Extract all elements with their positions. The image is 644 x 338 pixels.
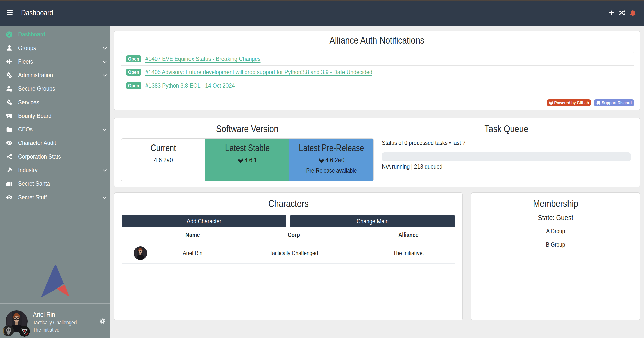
sidebar: Dashboard Groups Fleets Administration S… [0,26,110,338]
version-column-latest-stable: Latest Stable4.6.1 [205,139,289,181]
notification-row: Open#1405 Advisory: Future development w… [121,65,634,79]
gifts-icon [6,180,13,187]
character-name-cell: Ariel Rin [159,243,226,263]
store-icon [6,113,13,119]
user-icon [6,45,13,52]
notification-link[interactable]: #1405 Advisory: Future development will … [145,69,398,76]
version-column-current: Current4.6.2a0 [121,139,205,181]
notification-row: Open#1407 EVE Equinox Status - Breaking … [121,52,634,65]
alliance-auth-logo [40,265,70,298]
shuffle-icon[interactable] [618,9,626,16]
chevron-down-icon [102,127,107,132]
sidebar-item-bounty-board[interactable]: Bounty Board [0,109,110,123]
change-main-button[interactable]: Change Main [290,215,455,227]
characters-table: Name Corp Alliance Ariel RinTactically [122,227,455,264]
sidebar-item-corporation-stats[interactable]: Corporation Stats [0,150,110,163]
sidebar-item-dashboard[interactable]: Dashboard [0,28,110,41]
support-discord-badge[interactable]: Support Discord [594,99,634,106]
chevron-down-icon [102,195,107,200]
sidebar-item-industry[interactable]: Industry [0,163,110,177]
sidebar-nav: Dashboard Groups Fleets Administration S… [0,26,110,204]
discord-icon [596,100,601,106]
top-navbar: Dashboard [0,1,644,26]
version-column-heading: Latest Stable [205,143,289,153]
task-queue-progressbar [382,152,631,161]
sidebar-item-label: Services [18,99,39,106]
sidebar-item-label: Administration [18,72,53,79]
corp-logo [3,325,14,336]
version-column-latest-pre-release: Latest Pre-Release4.6.2a0Pre-Release ava… [289,139,373,181]
version-value: 4.6.1 [205,156,289,166]
sidebar-item-label: Industry [18,167,38,174]
fighter-jet-icon [6,58,13,65]
sidebar-item-label: Dashboard [18,31,45,38]
sidebar-item-fleets[interactable]: Fleets [0,55,110,68]
navbar-actions [608,0,637,25]
notification-link[interactable]: #1407 EVE Equinox Status - Breaking Chan… [145,55,273,62]
sidebar-item-secure-groups[interactable]: Secure Groups [0,82,110,95]
characters-header-corp: Corp [226,227,362,243]
version-column-heading: Latest Pre-Release [289,143,373,153]
sidebar-item-secret-santa[interactable]: Secret Santa [0,177,110,190]
characters-buttons: Add Character Change Main [122,215,455,227]
user-alliance: The Initiative. [33,326,85,334]
sidebar-item-ceos[interactable]: CEOs [0,123,110,136]
sidebar-item-label: Corporation Stats [18,153,61,160]
character-portrait-cell [122,243,159,263]
version-column-heading: Current [121,143,205,153]
version-value: 4.6.2a0 [121,156,205,164]
characters-header-alliance: Alliance [362,227,455,243]
bell-icon[interactable] [629,9,637,16]
chevron-down-icon [102,45,107,51]
notification-link[interactable]: #1383 Python 3.8 EOL - 14 Oct 2024 [145,82,245,89]
sidebar-item-label: Fleets [18,58,33,65]
character-corp-cell: Tactically Challenged [226,243,362,263]
eye-icon [6,194,13,201]
characters-header-portrait [122,227,159,243]
character-alliance-cell: The Initiative. [362,243,455,263]
sidebar-item-administration[interactable]: Administration [0,68,110,82]
sidebar-item-groups[interactable]: Groups [0,41,110,55]
powered-by-gitlab-label: Powered by GitLab [554,100,589,106]
sidebar-item-secret-stuff[interactable]: Secret Stuff [0,190,110,204]
membership-group-row: A Group [478,225,633,238]
hammer-icon [6,167,13,174]
open-status-badge: Open [126,82,141,89]
user-lock-icon [6,85,13,92]
eye-icon [6,140,13,147]
menu-toggle-icon[interactable] [7,10,13,15]
gitlab-tanuki-icon [238,157,243,164]
sidebar-item-label: Secure Groups [18,85,55,92]
add-character-button[interactable]: Add Character [122,215,286,227]
gitlab-tanuki-icon [319,157,324,164]
sidebar-item-label: Secret Santa [18,180,50,187]
sidebar-item-character-audit[interactable]: Character Audit [0,136,110,150]
task-queue-title: Task Queue [382,123,631,135]
user-settings-gear-icon[interactable] [100,318,106,324]
notifications-panel: Alliance Auth Notifications Open#1407 EV… [114,31,640,110]
sidebar-item-services[interactable]: Services [0,95,110,109]
notifications-list: Open#1407 EVE Equinox Status - Breaking … [121,52,634,92]
support-discord-label: Support Discord [602,100,632,106]
software-version-title: Software Version [121,123,374,135]
membership-panel: Membership State: Guest A GroupB Group [471,192,640,320]
characters-title: Characters [114,198,462,209]
version-note: Pre-Release available [289,167,373,175]
page-title[interactable]: Dashboard [21,8,61,17]
plus-icon[interactable] [608,9,615,16]
characters-table-body: Ariel RinTactically ChallengedThe Initia… [122,243,455,263]
gauge-icon [6,31,13,38]
promo-badges: Powered by GitLab Support Discord [547,99,634,106]
gears-icon [6,72,13,79]
powered-by-gitlab-badge[interactable]: Powered by GitLab [547,99,591,106]
characters-panel: Characters Add Character Change Main Nam… [114,192,463,320]
sidebar-item-label: Secret Stuff [18,194,47,201]
chevron-down-icon [102,73,107,78]
open-status-badge: Open [126,69,141,76]
chevron-down-icon [102,168,107,173]
task-queue-status: Status of 0 processed tasks • last ? [382,139,478,147]
gears-icon [6,99,13,106]
sidebar-divider [0,303,110,304]
task-queue-running: N/A running | 213 queued [382,163,451,170]
sidebar-item-label: CEOs [18,126,33,133]
